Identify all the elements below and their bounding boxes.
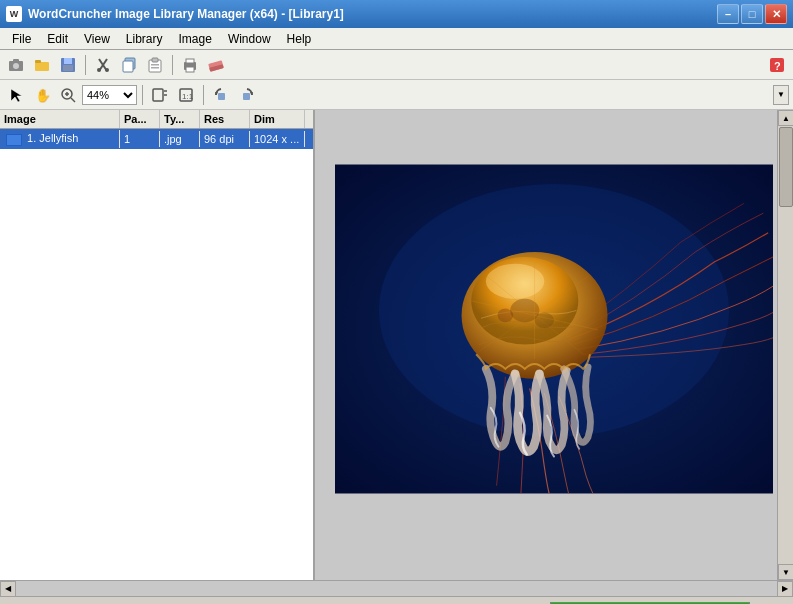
help-toolbar-btn[interactable]: ? [765, 53, 789, 77]
menu-item-library[interactable]: Library [118, 30, 171, 48]
toolbar2-dropdown-btn[interactable]: ▼ [773, 85, 789, 105]
title-controls: – □ ✕ [717, 4, 787, 24]
svg-rect-3 [35, 62, 49, 71]
col-header-res: Res [200, 110, 250, 128]
help-icon: ? [769, 57, 785, 73]
svg-rect-39 [243, 93, 250, 100]
svg-rect-20 [186, 67, 194, 72]
close-button[interactable]: ✕ [765, 4, 787, 24]
rotate-right-btn[interactable] [235, 83, 259, 107]
print-icon [182, 57, 198, 73]
list-cell-name: 1. Jellyfish [0, 130, 120, 147]
svg-text:?: ? [774, 60, 781, 72]
zoom-in-icon [60, 87, 76, 103]
save-toolbar-btn[interactable] [56, 53, 80, 77]
paste-icon [147, 57, 163, 73]
zoom-select[interactable]: 25%33%44%50%66%75%100%200% [82, 85, 137, 105]
zoom-control: 25%33%44%50%66%75%100%200% [82, 85, 137, 105]
menu-item-file[interactable]: File [4, 30, 39, 48]
zoom-in-btn[interactable] [56, 83, 80, 107]
svg-point-10 [97, 68, 101, 72]
paste-toolbar-btn[interactable] [143, 53, 167, 77]
svg-point-11 [105, 68, 109, 72]
pan-tool-btn[interactable]: ✋ [30, 83, 54, 107]
main-content: Image Pa... Ty... Res Dim 1. Jellyfish 1… [0, 110, 793, 580]
window-title: WordCruncher Image Library Manager (x64)… [28, 7, 344, 21]
list-cell-dim: 1024 x ... [250, 131, 305, 147]
svg-line-28 [71, 98, 75, 102]
image-viewport[interactable] [315, 110, 793, 580]
image-toolbar: ✋ 25%33%44%50%66%75%100%200% 1:1 [0, 80, 793, 110]
svg-rect-6 [64, 58, 72, 64]
actual-size-btn[interactable]: 1:1 [174, 83, 198, 107]
svg-rect-15 [152, 58, 158, 62]
col-header-dim: Dim [250, 110, 305, 128]
clear-toolbar-btn[interactable] [204, 53, 228, 77]
col-header-image: Image [0, 110, 120, 128]
list-cell-page: 1 [120, 131, 160, 147]
image-top-space [315, 110, 793, 160]
restore-button[interactable]: □ [741, 4, 763, 24]
camera-toolbar-btn[interactable] [4, 53, 28, 77]
copy-icon [121, 57, 137, 73]
toolbar-sep-1 [85, 55, 86, 75]
select-tool-btn[interactable] [4, 83, 28, 107]
scroll-thumb[interactable] [779, 127, 793, 207]
title-bar: W WordCruncher Image Library Manager (x6… [0, 0, 793, 28]
svg-text:1:1: 1:1 [182, 92, 194, 101]
svg-rect-7 [63, 65, 73, 71]
scroll-track[interactable] [778, 126, 793, 564]
scroll-right-arrow[interactable]: ▶ [777, 581, 793, 597]
menu-item-view[interactable]: View [76, 30, 118, 48]
title-bar-left: W WordCruncher Image Library Manager (x6… [6, 6, 344, 22]
horizontal-scrollbar: ◀ ▶ [0, 580, 793, 596]
image-container [315, 160, 793, 498]
select-cursor-icon [8, 87, 24, 103]
fit-page-icon [152, 87, 168, 103]
cut-icon [95, 57, 111, 73]
jellyfish-image [335, 160, 773, 498]
scroll-up-arrow[interactable]: ▲ [778, 110, 793, 126]
menu-bar: File Edit View Library Image Window Help [0, 28, 793, 50]
rotate-right-icon [239, 87, 255, 103]
svg-rect-2 [13, 59, 19, 62]
open-folder-icon [34, 57, 50, 73]
fit-page-btn[interactable] [148, 83, 172, 107]
svg-marker-25 [11, 89, 22, 102]
menu-item-image[interactable]: Image [171, 30, 220, 48]
rotate-left-btn[interactable] [209, 83, 233, 107]
svg-point-44 [486, 264, 544, 299]
app-icon: W [6, 6, 22, 22]
svg-rect-13 [123, 61, 133, 72]
cut-toolbar-btn[interactable] [91, 53, 115, 77]
menu-item-window[interactable]: Window [220, 30, 279, 48]
open-toolbar-btn[interactable] [30, 53, 54, 77]
main-toolbar: ? [0, 50, 793, 80]
toolbar-sep-2 [172, 55, 173, 75]
menu-item-help[interactable]: Help [279, 30, 320, 48]
image-list-panel: Image Pa... Ty... Res Dim 1. Jellyfish 1… [0, 110, 315, 580]
svg-rect-16 [151, 64, 159, 66]
rotate-left-icon [213, 87, 229, 103]
svg-point-1 [13, 63, 19, 69]
list-row[interactable]: 1. Jellyfish 1 .jpg 96 dpi 1024 x ... [0, 129, 313, 149]
scroll-left-arrow[interactable]: ◀ [0, 581, 16, 597]
image-row-icon [6, 134, 22, 146]
toolbar2-sep-1 [142, 85, 143, 105]
toolbar2-right: ▼ [773, 85, 789, 105]
menu-item-edit[interactable]: Edit [39, 30, 76, 48]
list-cell-res: 96 dpi [200, 131, 250, 147]
copy-toolbar-btn[interactable] [117, 53, 141, 77]
svg-point-47 [498, 309, 514, 323]
col-header-type: Ty... [160, 110, 200, 128]
scroll-down-arrow[interactable]: ▼ [778, 564, 793, 580]
image-bottom-space [315, 498, 793, 558]
minimize-button[interactable]: – [717, 4, 739, 24]
list-header: Image Pa... Ty... Res Dim [0, 110, 313, 129]
col-header-page: Pa... [120, 110, 160, 128]
vertical-scrollbar: ▲ ▼ [777, 110, 793, 580]
svg-rect-31 [153, 89, 163, 101]
print-toolbar-btn[interactable] [178, 53, 202, 77]
list-cell-type: .jpg [160, 131, 200, 147]
svg-point-46 [535, 312, 554, 328]
